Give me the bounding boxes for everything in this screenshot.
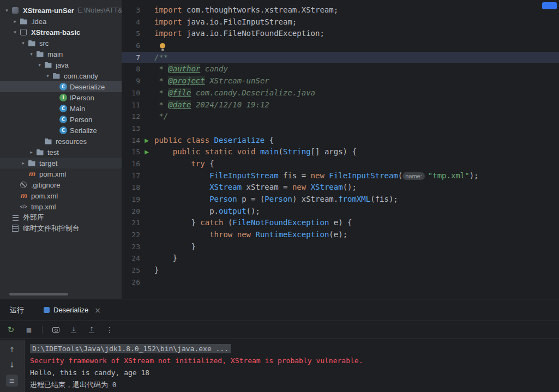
line-number: 17 bbox=[122, 170, 140, 182]
code-line-26[interactable]: 26 bbox=[122, 276, 559, 288]
code-line-8[interactable]: 8 * @author candy bbox=[122, 63, 559, 75]
intention-bulb-icon[interactable] bbox=[160, 43, 165, 49]
tree-item-xstream-basic[interactable]: ▾XStream-basic bbox=[0, 27, 122, 38]
chevron-down-icon[interactable]: ▾ bbox=[11, 29, 19, 35]
tree-item-tmp.xml[interactable]: </>tmp.xml bbox=[0, 201, 122, 212]
class-icon: C bbox=[59, 126, 67, 134]
tree-item-deserialize[interactable]: CDeserialize bbox=[0, 81, 122, 92]
gutter-spacer bbox=[140, 217, 153, 229]
chevron-right-icon[interactable]: ▸ bbox=[11, 19, 19, 24]
code-line-18[interactable]: 18 XStream xStream = new XStream(); bbox=[122, 182, 559, 194]
tree-item--[interactable]: 临时文件和控制台 bbox=[0, 223, 122, 234]
code-line-5[interactable]: 5import java.io.FileNotFoundException; bbox=[122, 28, 559, 40]
tree-item-resources[interactable]: resources bbox=[0, 136, 122, 147]
code-line-16[interactable]: 16 try { bbox=[122, 158, 559, 170]
code-line-22[interactable]: 22 throw new RuntimeException(e); bbox=[122, 229, 559, 241]
xml-icon: </> bbox=[19, 202, 28, 211]
code-line-13[interactable]: 13 bbox=[122, 123, 559, 135]
code-text: * @author candy bbox=[153, 63, 228, 75]
close-icon[interactable]: × bbox=[94, 306, 101, 315]
tree-item-src[interactable]: ▾src bbox=[0, 38, 122, 49]
code-line-10[interactable]: 10 * @file com.candy.Deserialize.java bbox=[122, 87, 559, 99]
line-number: 7 bbox=[122, 52, 140, 64]
import-icon[interactable]: ↓ bbox=[68, 327, 79, 334]
line-number: 26 bbox=[122, 276, 140, 288]
code-line-21[interactable]: 21 } catch (FileNotFoundException e) { bbox=[122, 217, 559, 229]
class-icon: C bbox=[59, 105, 67, 112]
code-line-24[interactable]: 24 } bbox=[122, 252, 559, 264]
up-arrow-icon[interactable]: ↑ bbox=[6, 344, 18, 355]
tree-item-xstream-unser[interactable]: ▾XStream-unSerE:\Notes\ATT&CK bbox=[0, 5, 122, 16]
tree-item-target[interactable]: ▸target bbox=[0, 158, 122, 168]
project-tree: ▾XStream-unSerE:\Notes\ATT&CK▸.idea▾XStr… bbox=[0, 0, 122, 234]
tree-item-person[interactable]: CPerson bbox=[0, 114, 122, 125]
code-text: * @file com.candy.Deserialize.java bbox=[153, 87, 315, 99]
tree-item-label: tmp.xml bbox=[31, 203, 56, 211]
tree-item-iperson[interactable]: IIPerson bbox=[0, 92, 122, 103]
tree-item-main[interactable]: ▾main bbox=[0, 49, 122, 59]
code-line-4[interactable]: 4import java.io.FileInputStream; bbox=[122, 16, 559, 28]
line-number: 24 bbox=[122, 252, 140, 264]
gutter-spacer bbox=[140, 4, 153, 16]
chevron-down-icon[interactable]: ▾ bbox=[36, 62, 43, 68]
line-number: 25 bbox=[122, 264, 140, 276]
tree-item-test[interactable]: ▸test bbox=[0, 147, 122, 158]
line-number: 10 bbox=[122, 87, 140, 99]
tree-item--[interactable]: 外部库 bbox=[0, 212, 122, 223]
tree-item-com.candy[interactable]: ▾com.candy bbox=[0, 70, 122, 81]
tool-window-title[interactable]: 运行 bbox=[10, 305, 24, 315]
chevron-down-icon[interactable]: ▾ bbox=[3, 8, 10, 13]
code-line-12[interactable]: 12 */ bbox=[122, 111, 559, 123]
chevron-down-icon[interactable]: ▾ bbox=[44, 73, 51, 79]
rerun-icon[interactable]: ↻ bbox=[5, 325, 16, 335]
class-icon: C bbox=[59, 83, 67, 91]
tree-item-label: java bbox=[56, 61, 69, 69]
code-line-17[interactable]: 17 FileInputStream fis = new FileInputSt… bbox=[122, 170, 559, 182]
code-line-15[interactable]: 15▶ public static void main(String[] arg… bbox=[122, 146, 559, 158]
run-gutter-icon[interactable]: ▶ bbox=[140, 146, 153, 158]
code-line-23[interactable]: 23 } bbox=[122, 241, 559, 253]
code-line-3[interactable]: 3import com.thoughtworks.xstream.XStream… bbox=[122, 4, 559, 16]
window-controls-badge[interactable] bbox=[542, 2, 557, 9]
tree-item-label: 临时文件和控制台 bbox=[23, 224, 80, 233]
code-line-14[interactable]: 14▶public class Deserialize { bbox=[122, 135, 559, 147]
horizontal-scrollbar[interactable] bbox=[9, 293, 68, 295]
more-icon[interactable]: ⋮ bbox=[104, 325, 115, 334]
tree-item-.idea[interactable]: ▸.idea bbox=[0, 16, 122, 27]
editor[interactable]: 3import com.thoughtworks.xstream.XStream… bbox=[122, 0, 559, 299]
down-arrow-icon[interactable]: ↓ bbox=[6, 359, 18, 370]
code-text: } bbox=[153, 241, 196, 253]
console-output[interactable]: D:\IDETools\Java\jdk1.8.0_152\bin\java.e… bbox=[25, 340, 559, 392]
stop-icon[interactable]: ■ bbox=[23, 327, 34, 334]
export-icon[interactable]: ↑ bbox=[86, 327, 97, 334]
code-line-11[interactable]: 11 * @date 2024/12/10 19:12 bbox=[122, 99, 559, 111]
code-line-7[interactable]: 7/** bbox=[122, 52, 559, 64]
chevron-right-icon[interactable]: ▸ bbox=[28, 149, 35, 155]
soft-wrap-icon[interactable]: ≡ bbox=[6, 375, 18, 387]
run-toolbar: ↻ ■ ↓ ↑ ⋮ bbox=[0, 321, 559, 339]
tree-item-java[interactable]: ▾java bbox=[0, 59, 122, 70]
tree-item-main[interactable]: CMain bbox=[0, 103, 122, 114]
code-text: public static void main(String[] args) { bbox=[153, 146, 357, 158]
tree-item-serialize[interactable]: CSerialize bbox=[0, 125, 122, 136]
chevron-down-icon[interactable]: ▾ bbox=[28, 51, 35, 57]
tree-item-pom.xml[interactable]: mpom.xml bbox=[0, 190, 122, 201]
run-tab-deserialize[interactable]: Deserialize × bbox=[40, 299, 104, 321]
chevron-right-icon[interactable]: ▸ bbox=[20, 160, 27, 166]
code-line-25[interactable]: 25} bbox=[122, 264, 559, 276]
code-line-19[interactable]: 19 Person p = (Person) xStream.fromXML(f… bbox=[122, 194, 559, 206]
tree-item-label: Serialize bbox=[70, 126, 97, 135]
tree-item-.gitignore[interactable]: .gitignore bbox=[0, 179, 122, 190]
code-line-20[interactable]: 20 p.output(); bbox=[122, 206, 559, 218]
tree-item-pom.xml[interactable]: mpom.xml bbox=[0, 168, 122, 179]
thread-dump-icon[interactable] bbox=[50, 327, 61, 333]
chevron-down-icon[interactable]: ▾ bbox=[20, 40, 27, 46]
code-area[interactable]: 3import com.thoughtworks.xstream.XStream… bbox=[122, 0, 559, 288]
console-line: Hello, this is candy, age 18 bbox=[30, 367, 554, 379]
code-line-6[interactable]: 6 bbox=[122, 40, 559, 52]
run-panel-header: 运行 Deserialize × bbox=[0, 299, 559, 321]
run-gutter-icon[interactable]: ▶ bbox=[140, 135, 153, 147]
tree-item-label: Deserialize bbox=[70, 83, 105, 91]
module-icon bbox=[19, 28, 28, 37]
code-line-9[interactable]: 9 * @project XStream-unSer bbox=[122, 75, 559, 87]
